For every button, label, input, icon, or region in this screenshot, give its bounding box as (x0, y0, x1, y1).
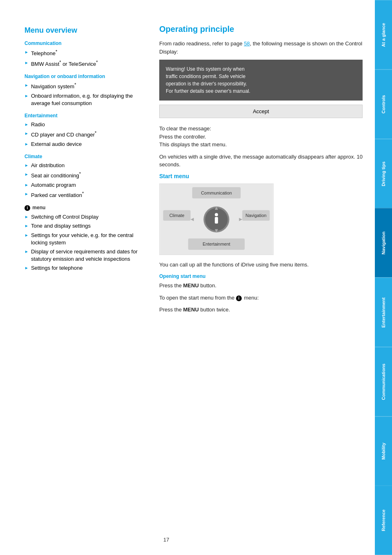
entertainment-list: ► Radio ► CD player and CD changer* ► Ex… (24, 121, 139, 148)
list-item: ► Navigation system* (24, 82, 139, 91)
item-text: Settings for telephone (31, 264, 82, 272)
item-text: Onboard information, e.g. for displaying… (31, 92, 139, 107)
accept-button[interactable]: Accept (159, 105, 363, 118)
sidebar-tab-mobility[interactable]: Mobility (375, 416, 392, 486)
list-item: ► Tone and display settings (24, 222, 139, 230)
i-menu-list: ► Switching off Control Display ► Tone a… (24, 213, 139, 272)
sidebar-tab-controls[interactable]: Controls (375, 69, 392, 139)
asterisk: * (74, 82, 76, 87)
bullet-icon: ► (24, 249, 29, 255)
svg-point-11 (215, 213, 218, 216)
subsection-i-menu: i menu ► Switching off Control Display ►… (24, 205, 139, 272)
item-text: Seat air conditioning* (31, 171, 81, 180)
navigation-list: ► Navigation system* ► Onboard informati… (24, 82, 139, 107)
item-text: Tone and display settings (31, 222, 91, 230)
bullet-icon: ► (24, 83, 29, 88)
item-text: BMW Assist* or TeleService* (31, 59, 98, 68)
warning-line-1: Warning! Use this system only when (166, 65, 356, 73)
i-menu-label: menu (32, 205, 45, 210)
asterisk: * (59, 60, 61, 65)
i-icon: i (24, 205, 30, 211)
menu-bold-1: MENU (183, 282, 199, 289)
sidebar-tab-reference[interactable]: Reference (375, 486, 392, 555)
asterisk: * (56, 49, 57, 54)
bullet-icon: ► (24, 265, 29, 271)
main-content: Menu overview Communication ► Telephone*… (0, 0, 375, 555)
subsection-title-navigation: Navigation or onboard information (24, 74, 139, 79)
svg-text:Communication: Communication (201, 190, 232, 195)
item-text: Radio (31, 121, 45, 128)
list-item: ► Settings for your vehicle, e.g. for th… (24, 232, 139, 246)
bullet-icon: ► (24, 131, 29, 137)
i-menu-title: i menu (24, 205, 139, 211)
subsection-climate: Climate ► Air distribution ► Seat air co… (24, 154, 139, 199)
list-item: ► Radio (24, 121, 139, 128)
asterisk: * (96, 60, 98, 65)
bullet-icon: ► (24, 191, 29, 197)
list-item: ► Switching off Control Display (24, 213, 139, 221)
item-text: Settings for your vehicle, e.g. for the … (31, 232, 139, 246)
list-item: ► Parked car ventilation* (24, 190, 139, 199)
idrive-diagram: Communication Climate Navigation Enterta… (159, 184, 274, 255)
svg-rect-12 (215, 217, 218, 224)
item-text: Display of service requirements and date… (31, 248, 139, 263)
subsection-title-climate: Climate (24, 154, 139, 159)
bullet-icon: ► (24, 172, 29, 177)
item-text: CD player and CD changer* (31, 130, 96, 139)
page-link[interactable]: 58 (244, 40, 249, 47)
idrive-description: You can call up all the functions of iDr… (159, 261, 363, 269)
bullet-icon: ► (24, 182, 29, 188)
right-column: Operating principle From radio readiness… (151, 25, 375, 539)
sidebar-tab-entertainment[interactable]: Entertainment (375, 278, 392, 347)
list-item: ► Air distribution (24, 162, 139, 169)
bullet-icon: ► (24, 163, 29, 168)
list-item: ► Seat air conditioning* (24, 171, 139, 180)
svg-text:Entertainment: Entertainment (203, 242, 230, 246)
page-number: 17 (163, 537, 169, 543)
sidebar-tab-driving-tips[interactable]: Driving tips (375, 139, 392, 208)
subsection-title-communication: Communication (24, 40, 139, 46)
i-icon-2: i (236, 295, 242, 301)
bullet-icon: ► (24, 141, 29, 147)
list-item: ► External audio device (24, 141, 139, 148)
communication-list: ► Telephone* ► BMW Assist* or TeleServic… (24, 49, 139, 68)
press-menu-3: Press the MENU button twice. (159, 306, 363, 314)
page-title: Menu overview (24, 26, 139, 35)
list-item: ► CD player and CD changer* (24, 130, 139, 139)
sidebar-tab-communications[interactable]: Communications (375, 347, 392, 416)
operating-title: Operating principle (159, 25, 363, 34)
warning-line-3: operation is the driver's responsibility… (166, 80, 356, 87)
press-menu-1: Press the MENU button. (159, 282, 363, 290)
list-item: ► Telephone* (24, 49, 139, 58)
bullet-icon: ► (24, 49, 29, 55)
list-item: ► Settings for telephone (24, 264, 139, 272)
bullet-icon: ► (24, 60, 29, 66)
sidebar-tab-navigation[interactable]: Navigation (375, 208, 392, 278)
climate-list: ► Air distribution ► Seat air conditioni… (24, 162, 139, 199)
subsection-communication: Communication ► Telephone* ► BMW Assist*… (24, 40, 139, 68)
svg-text:Navigation: Navigation (245, 213, 266, 218)
start-menu-title: Start menu (159, 173, 363, 179)
item-text: Parked car ventilation* (31, 190, 84, 199)
item-text: Switching off Control Display (31, 213, 98, 221)
warning-line-2: traffic conditions permit. Safe vehicle (166, 73, 356, 80)
warning-box: Warning! Use this system only when traff… (159, 60, 363, 101)
item-text: Air distribution (31, 162, 65, 169)
sidebar: At a glance Controls Driving tips Naviga… (375, 0, 392, 555)
list-item: ► Onboard information, e.g. for displayi… (24, 92, 139, 107)
list-item: ► BMW Assist* or TeleService* (24, 59, 139, 68)
warning-line-4: For further details see owner's manual. (166, 87, 356, 95)
svg-text:Climate: Climate (169, 213, 185, 218)
item-text: Automatic program (31, 181, 76, 189)
sidebar-tab-at-a-glance[interactable]: At a glance (375, 0, 392, 69)
opening-start-title: Opening start menu (159, 273, 363, 279)
bullet-icon: ► (24, 223, 29, 229)
asterisk: * (79, 171, 81, 176)
subsection-entertainment: Entertainment ► Radio ► CD player and CD… (24, 113, 139, 148)
item-text: External audio device (31, 141, 82, 148)
clear-message-text: To clear the message: Press the controll… (159, 125, 363, 149)
left-column: Menu overview Communication ► Telephone*… (0, 25, 151, 539)
page-container: Menu overview Communication ► Telephone*… (0, 0, 392, 555)
asterisk: * (82, 191, 84, 196)
list-item: ► Automatic program (24, 181, 139, 189)
